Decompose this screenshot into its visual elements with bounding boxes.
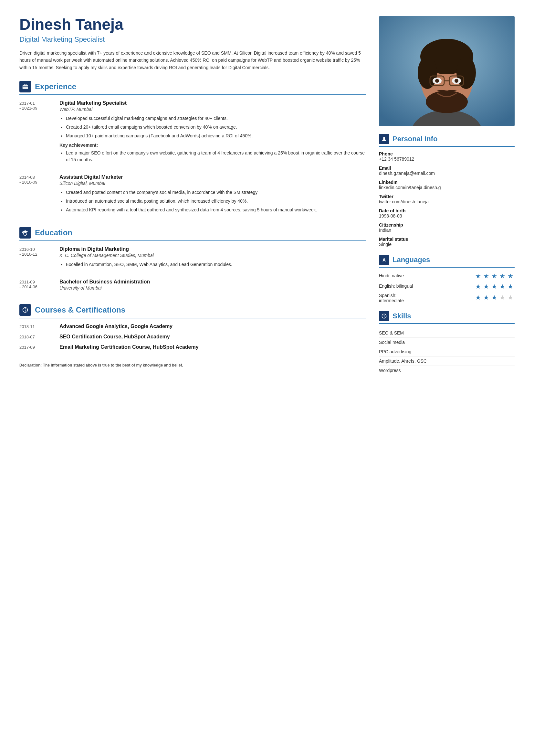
courses-section-header: Courses & Certifications: [19, 304, 366, 318]
edu2-content: Bachelor of Business Administration Univ…: [60, 279, 366, 294]
info-marital: Marital status Single: [379, 237, 515, 247]
course1-title: Advanced Google Analytics, Google Academ…: [60, 324, 172, 329]
hindi-star-5: ★: [507, 272, 515, 279]
course-entry-3: 2017-09 Email Marketing Certification Co…: [19, 344, 366, 350]
edu2-date: 2011-09- 2014-06: [19, 279, 52, 294]
hindi-star-3: ★: [491, 272, 498, 279]
english-star-5: ★: [507, 283, 515, 290]
info-dob: Date of birth 1993-08-03: [379, 208, 515, 219]
exp1-bullet-1: Developed successful digital marketing c…: [66, 115, 366, 122]
svg-point-11: [456, 57, 476, 89]
email-label: Email: [379, 166, 515, 171]
course2-date: 2018-07: [19, 335, 52, 339]
marital-label: Marital status: [379, 237, 515, 242]
edu1-title: Diploma in Digital Marketing: [60, 246, 366, 252]
email-value: dinesh.g.taneja@email.com: [379, 171, 515, 176]
info-email: Email dinesh.g.taneja@email.com: [379, 166, 515, 176]
exp2-bullet-3: Automated KPI reporting with a tool that…: [66, 206, 366, 213]
svg-point-3: [25, 308, 26, 309]
twitter-value: twitter.com/dinesh.taneja: [379, 199, 515, 204]
svg-rect-4: [25, 310, 26, 311]
exp2-bullets: Created and posted content on the compan…: [60, 189, 366, 213]
spanish-star-1: ★: [475, 293, 482, 301]
svg-point-10: [418, 57, 437, 89]
declaration: Declaration: The information stated abov…: [19, 363, 366, 367]
personal-info-icon: [379, 134, 389, 144]
exp1-title: Digital Marketing Specialist: [60, 100, 366, 106]
edu1-date: 2016-10- 2016-12: [19, 246, 52, 271]
edu2-subtitle: University of Mumbai: [60, 285, 366, 290]
experience-section: Experience 2017-01- 2021-09 Digital Mark…: [19, 81, 366, 217]
citizenship-label: Citizenship: [379, 222, 515, 228]
education-entry-2: 2011-09- 2014-06 Bachelor of Business Ad…: [19, 279, 366, 294]
education-section-header: Education: [19, 227, 366, 241]
exp1-achievement-bullet-1: Led a major SEO effort on the company's …: [66, 149, 366, 163]
english-stars: ★ ★ ★ ★ ★: [475, 283, 515, 290]
english-star-1: ★: [475, 283, 482, 290]
spanish-star-5: ★: [507, 293, 515, 301]
languages-header: A Languages: [379, 255, 515, 268]
citizenship-value: Indian: [379, 228, 515, 233]
skill-1: SEO & SEM: [379, 328, 515, 338]
profile-photo: [379, 16, 515, 126]
linkedin-label: LinkedIn: [379, 180, 515, 185]
skills-section: Skills SEO & SEM Social media PPC advert…: [379, 311, 515, 375]
candidate-summary: Driven digital marketing specialist with…: [19, 49, 366, 71]
edu1-bullet-1: Excelled in Automation, SEO, SMM, Web An…: [66, 261, 366, 268]
languages-icon: A: [379, 255, 389, 265]
experience-entry-2: 2014-08- 2016-09 Assistant Digital Marke…: [19, 174, 366, 217]
linkedin-value: linkedin.com/in/taneja.dinesh.g: [379, 185, 515, 190]
left-column: Dinesh Taneja Digital Marketing Speciali…: [19, 16, 366, 740]
hindi-star-1: ★: [475, 272, 482, 279]
exp2-title: Assistant Digital Marketer: [60, 174, 366, 180]
experience-section-header: Experience: [19, 81, 366, 95]
course-entry-1: 2018-11 Advanced Google Analytics, Googl…: [19, 324, 366, 329]
marital-value: Single: [379, 242, 515, 247]
skill-5: Wordpress: [379, 366, 515, 375]
exp2-date: 2014-08- 2016-09: [19, 174, 52, 217]
hindi-star-4: ★: [499, 272, 507, 279]
candidate-name: Dinesh Taneja: [19, 16, 366, 33]
svg-point-19: [454, 79, 458, 83]
exp1-bullet-2: Created 20+ tailored email campaigns whi…: [66, 124, 366, 131]
hindi-star-2: ★: [483, 272, 490, 279]
course2-title: SEO Certification Course, HubSpot Academ…: [60, 334, 170, 340]
english-star-3: ★: [491, 283, 498, 290]
edu1-subtitle: K. C. College of Management Studies, Mum…: [60, 253, 366, 258]
svg-rect-0: [23, 85, 28, 89]
courses-icon: [19, 304, 31, 316]
edu2-title: Bachelor of Business Administration: [60, 279, 366, 285]
exp2-bullet-2: Introduced an automated social media pos…: [66, 198, 366, 204]
lang-hindi: Hindi: native ★ ★ ★ ★ ★: [379, 272, 515, 279]
skills-header: Skills: [379, 311, 515, 324]
spanish-stars: ★ ★ ★ ★ ★: [475, 293, 515, 301]
spanish-star-4: ★: [499, 293, 507, 301]
languages-section: A Languages Hindi: native ★ ★ ★ ★ ★ Engl…: [379, 255, 515, 303]
exp1-date: 2017-01- 2021-09: [19, 100, 52, 167]
english-star-4: ★: [499, 283, 507, 290]
personal-info-title: Personal Info: [393, 135, 437, 143]
exp2-content: Assistant Digital Marketer Silicon Digit…: [60, 174, 366, 217]
exp2-subtitle: Silicon Digital, Mumbai: [60, 181, 366, 186]
skill-2: Social media: [379, 338, 515, 347]
spanish-star-3: ★: [491, 293, 498, 301]
english-name: English: bilingual: [379, 284, 475, 289]
edu1-content: Diploma in Digital Marketing K. C. Colle…: [60, 246, 366, 271]
exp2-bullet-1: Created and posted content on the compan…: [66, 189, 366, 196]
resume-header: Dinesh Taneja Digital Marketing Speciali…: [19, 16, 366, 71]
personal-info-section: Personal Info Phone +12 34 56789012 Emai…: [379, 134, 515, 247]
right-column: Personal Info Phone +12 34 56789012 Emai…: [379, 16, 515, 740]
info-citizenship: Citizenship Indian: [379, 222, 515, 233]
twitter-label: Twitter: [379, 194, 515, 199]
hindi-name: Hindi: native: [379, 273, 475, 278]
info-twitter: Twitter twitter.com/dinesh.taneja: [379, 194, 515, 204]
experience-icon: [19, 81, 31, 93]
svg-point-12: [426, 91, 468, 113]
lang-english: English: bilingual ★ ★ ★ ★ ★: [379, 283, 515, 290]
experience-section-title: Experience: [35, 82, 76, 91]
english-star-2: ★: [483, 283, 490, 290]
phone-value: +12 34 56789012: [379, 156, 515, 162]
hindi-stars: ★ ★ ★ ★ ★: [475, 272, 515, 279]
dob-value: 1993-08-03: [379, 213, 515, 219]
lang-spanish: Spanish:intermediate ★ ★ ★ ★ ★: [379, 293, 515, 303]
